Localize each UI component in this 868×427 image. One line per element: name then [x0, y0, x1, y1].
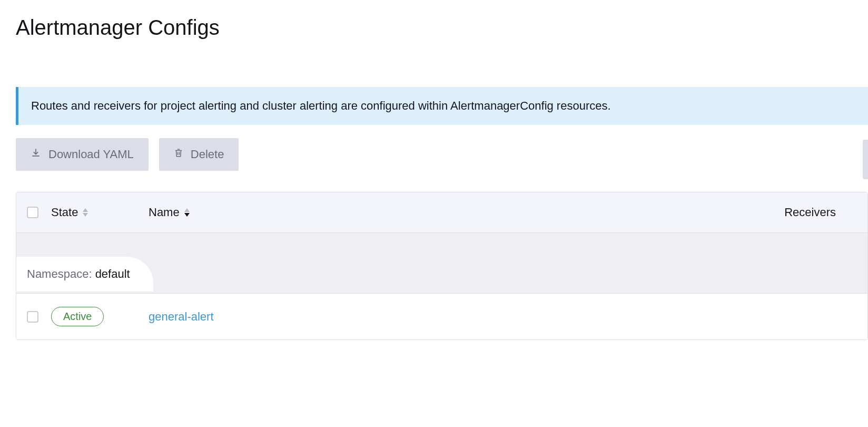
page-title: Alertmanager Configs — [16, 16, 868, 40]
namespace-tab-row: Namespace: default — [16, 257, 867, 294]
sort-icon — [184, 208, 190, 217]
column-header-name[interactable]: Name — [149, 206, 699, 219]
column-header-state[interactable]: State — [51, 206, 149, 219]
download-yaml-label: Download YAML — [48, 148, 134, 161]
table-header: State Name Receivers — [16, 192, 867, 233]
download-icon — [31, 148, 41, 161]
trash-icon — [174, 148, 183, 161]
action-bar: Download YAML Delete — [16, 138, 868, 171]
info-banner-text: Routes and receivers for project alertin… — [31, 99, 611, 112]
info-banner: Routes and receivers for project alertin… — [16, 87, 868, 125]
row-checkbox[interactable] — [27, 311, 38, 323]
configs-table: State Name Receivers Namespace: defau — [16, 192, 868, 340]
row-name: general-alert — [149, 310, 699, 324]
download-yaml-button[interactable]: Download YAML — [16, 138, 149, 171]
column-receivers-label: Receivers — [784, 206, 836, 219]
config-name-link[interactable]: general-alert — [149, 310, 214, 323]
delete-label: Delete — [191, 148, 224, 161]
column-header-receivers[interactable]: Receivers — [699, 206, 857, 219]
sort-icon — [82, 208, 88, 217]
table-row: Active general-alert — [16, 294, 867, 339]
column-state-label: State — [51, 206, 78, 219]
column-name-label: Name — [149, 206, 180, 219]
select-all-checkbox[interactable] — [27, 207, 38, 218]
row-state: Active — [51, 307, 149, 326]
section-gap — [16, 233, 867, 257]
namespace-tab[interactable]: Namespace: default — [16, 257, 153, 292]
status-badge: Active — [51, 307, 104, 326]
namespace-value: default — [95, 267, 130, 280]
delete-button[interactable]: Delete — [159, 138, 239, 171]
namespace-label: Namespace: — [27, 267, 95, 280]
side-panel-toggle[interactable] — [863, 140, 868, 179]
